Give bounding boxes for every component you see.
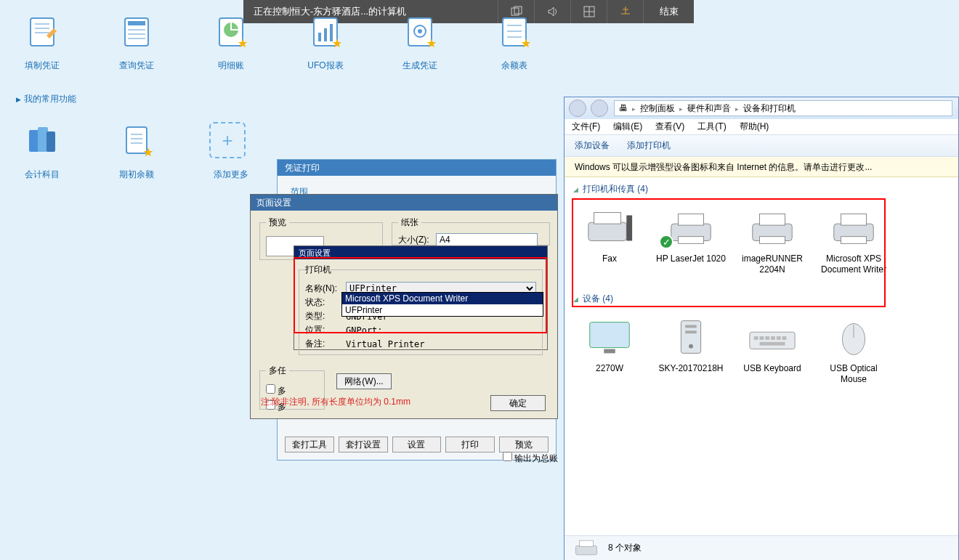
network-button[interactable]: 网络(W)... (336, 373, 392, 389)
svg-rect-36 (626, 215, 632, 240)
device-label: 2270W (573, 363, 646, 374)
menu-edit[interactable]: 编辑(E) (613, 121, 642, 133)
svg-rect-29 (46, 131, 55, 152)
paper-group: 纸张 大小(Z): (392, 216, 550, 245)
menu-help[interactable]: 帮助(H) (740, 121, 769, 133)
remote-end-button[interactable]: 结束 (643, 0, 694, 23)
printer-comment-label: 备注: (305, 338, 346, 350)
svg-rect-39 (679, 237, 704, 244)
svg-rect-55 (765, 336, 769, 340)
remote-transfer-icon[interactable] (570, 0, 607, 23)
btn-settings[interactable]: 设置 (392, 437, 442, 453)
section-printers-head[interactable]: 打印机和传真 (4) (565, 177, 958, 201)
dropdown-option-ufprinter[interactable]: UFPrinter (342, 304, 543, 316)
app-label: 查询凭证 (115, 60, 158, 72)
svg-rect-35 (594, 213, 621, 224)
device-pc[interactable]: SKY-20170218H (655, 315, 727, 385)
plus-icon: + (209, 122, 246, 158)
app-label: 填制凭证 (20, 60, 64, 72)
voucher-print-title: 凭证打印 (278, 160, 556, 176)
app-ufo-report[interactable]: UFO报表 (304, 13, 347, 72)
device-ir2204n[interactable]: imageRUNNER 2204N (736, 206, 809, 275)
app-label: UFO报表 (304, 60, 347, 72)
app-label: 会计科目 (20, 169, 64, 181)
monitor-icon (583, 315, 636, 359)
app-query-voucher[interactable]: 查询凭证 (115, 13, 158, 72)
page-setup-title: 页面设置 (251, 195, 557, 211)
multi-legend: 多任 (266, 365, 289, 377)
address-bar[interactable]: 🖶 控制面板 硬件和声音 设备和打印机 (614, 100, 952, 116)
device-hp1020[interactable]: ✓ HP LaserJet 1020 (655, 206, 727, 275)
devices-grid: 2270W SKY-20170218H USB Keyboard USB Opt… (565, 311, 958, 397)
device-fax[interactable]: Fax (573, 206, 646, 275)
paper-size-input[interactable] (436, 233, 538, 246)
crumb-control-panel[interactable]: 控制面板 (640, 102, 675, 115)
svg-rect-63 (580, 540, 594, 546)
cmd-add-device[interactable]: 添加设备 (575, 139, 610, 152)
printer-name-dropdown[interactable]: Microsoft XPS Document Writer UFPrinter (341, 292, 543, 317)
device-monitor[interactable]: 2270W (573, 315, 646, 385)
svg-rect-59 (760, 342, 785, 346)
device-mouse[interactable]: USB Optical Mouse (817, 315, 890, 385)
menu-tools[interactable]: 工具(T) (697, 121, 726, 133)
paper-size-label: 大小(Z): (398, 235, 429, 245)
nav-forward-button[interactable] (591, 100, 608, 117)
app-icon-row-2: 会计科目 期初余额 + 添加更多 (20, 122, 253, 181)
nav-back-button[interactable] (569, 100, 586, 117)
printer-name-label: 名称(N): (305, 283, 346, 295)
books-icon (24, 122, 60, 158)
menu-view[interactable]: 查看(V) (655, 121, 684, 133)
printer-icon (828, 206, 880, 249)
app-add-more[interactable]: + 添加更多 (209, 122, 253, 181)
pc-tower-icon (665, 315, 717, 359)
btn-print-settings[interactable]: 套打设置 (339, 437, 388, 453)
btn-print[interactable]: 打印 (445, 437, 495, 453)
window-chrome: 🖶 控制面板 硬件和声音 设备和打印机 (565, 97, 958, 119)
svg-point-51 (689, 344, 693, 349)
remote-pin-icon[interactable] (607, 0, 643, 23)
btn-preview[interactable]: 预览 (499, 437, 549, 453)
mouse-icon (828, 315, 880, 359)
app-gen-voucher[interactable]: 生成凭证 (398, 13, 442, 72)
svg-rect-56 (771, 336, 775, 340)
printer-location-value: GNPort: (346, 325, 383, 336)
app-label: 明细账 (209, 60, 253, 72)
app-fill-voucher[interactable]: 填制凭证 (20, 13, 64, 72)
device-label: USB Optical Mouse (817, 363, 890, 385)
my-favorites-toggle[interactable]: 我的常用功能 (16, 93, 76, 105)
btn-print-tool[interactable]: 套打工具 (285, 437, 334, 453)
paper-legend: 纸张 (398, 216, 421, 229)
fax-icon (583, 206, 636, 249)
device-label: SKY-20170218H (655, 363, 727, 374)
device-msxps[interactable]: Microsoft XPS Document Writer (817, 206, 890, 275)
svg-rect-28 (38, 127, 48, 152)
app-balance-table[interactable]: 余额表 (493, 13, 536, 72)
svg-rect-34 (588, 222, 627, 240)
star-icon (426, 38, 437, 49)
output-as-total-checkbox[interactable]: 输出为总账 (503, 452, 558, 465)
svg-rect-18 (324, 28, 327, 41)
svg-rect-27 (29, 130, 39, 152)
cmd-add-printer[interactable]: 添加打印机 (627, 139, 671, 152)
app-detail-ledger[interactable]: 明细账 (209, 13, 253, 72)
ok-button[interactable]: 确定 (490, 395, 546, 411)
device-label: Microsoft XPS Document Writer (817, 253, 890, 275)
status-bar: 8 个对象 (565, 535, 958, 560)
app-label: 余额表 (493, 60, 536, 72)
crumb-devices-printers[interactable]: 设备和打印机 (743, 102, 796, 115)
app-opening-balance[interactable]: 期初余额 (115, 122, 158, 181)
crumb-hardware-sound[interactable]: 硬件和声音 (687, 102, 731, 115)
voucher-print-buttons: 套打工具 套打设置 设置 打印 预览 (278, 437, 556, 453)
remote-sound-icon[interactable] (534, 0, 570, 23)
svg-rect-58 (782, 336, 787, 340)
app-accounting-subject[interactable]: 会计科目 (20, 122, 64, 181)
printer-comment-value: Virtual Printer (346, 339, 424, 349)
grid-page-icon (118, 13, 155, 49)
menu-file[interactable]: 文件(F) (572, 121, 600, 133)
section-devices-head[interactable]: 设备 (4) (565, 287, 958, 311)
dropdown-option-msxps[interactable]: Microsoft XPS Document Writer (342, 293, 543, 304)
info-bar[interactable]: Windows 可以显示增强型设备图标和来自 Internet 的信息。请单击进… (565, 157, 958, 177)
device-keyboard[interactable]: USB Keyboard (736, 315, 809, 385)
svg-rect-42 (760, 237, 785, 244)
printer-legend: 打印机 (305, 264, 331, 276)
